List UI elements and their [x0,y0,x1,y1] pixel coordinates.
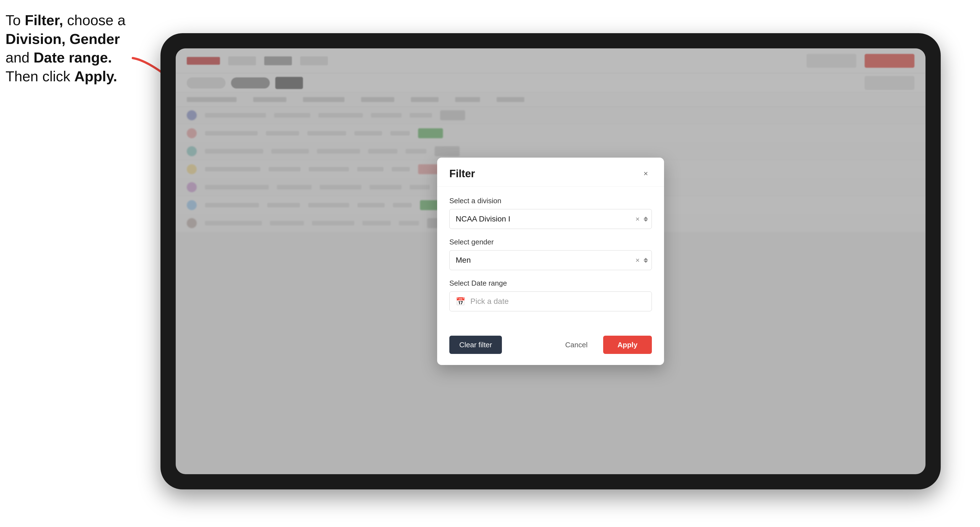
bold-date-range: Date range. [33,49,112,65]
division-selected-value: NCAA Division I [456,214,511,224]
gender-clear-icon[interactable]: × [635,255,641,266]
date-input[interactable]: 📅 Pick a date [449,291,652,311]
cancel-button[interactable]: Cancel [555,336,598,354]
modal-close-button[interactable]: × [640,168,652,180]
tablet-screen: Filter × Select a division NCAA Division… [176,48,926,474]
gender-select-controls: × [635,255,648,266]
apply-button[interactable]: Apply [603,336,652,354]
date-form-group: Select Date range 📅 Pick a date [449,279,652,311]
modal-body: Select a division NCAA Division I × [437,187,664,330]
gender-arrows [644,258,648,263]
bold-division-gender: Division, Gender [6,31,120,47]
gender-select-display[interactable]: Men [449,250,652,270]
tablet-frame: Filter × Select a division NCAA Division… [161,33,941,489]
division-form-group: Select a division NCAA Division I × [449,197,652,229]
footer-right-actions: Cancel Apply [555,336,652,354]
division-select-display[interactable]: NCAA Division I [449,209,652,229]
gender-select-wrapper[interactable]: Men × [449,250,652,270]
division-clear-icon[interactable]: × [635,214,641,224]
division-arrow-down-icon [644,219,648,221]
division-select-controls: × [635,214,648,224]
gender-selected-value: Men [456,256,471,265]
bold-filter: Filter, [25,12,63,28]
division-label: Select a division [449,197,652,205]
filter-modal: Filter × Select a division NCAA Division… [437,157,664,365]
bold-apply: Apply. [75,68,117,84]
division-select-wrapper[interactable]: NCAA Division I × [449,209,652,229]
modal-overlay: Filter × Select a division NCAA Division… [176,48,926,474]
division-arrow-up-icon [644,216,648,219]
gender-label: Select gender [449,238,652,246]
date-label: Select Date range [449,279,652,287]
instruction-block: To Filter, choose a Division, Gender and… [6,11,161,86]
clear-filter-button[interactable]: Clear filter [449,336,502,354]
division-arrows [644,216,648,221]
modal-title: Filter [449,168,475,180]
gender-arrow-down-icon [644,260,648,263]
gender-arrow-up-icon [644,258,648,260]
modal-footer: Clear filter Cancel Apply [437,330,664,365]
date-placeholder-text: Pick a date [470,297,509,306]
gender-form-group: Select gender Men × [449,238,652,270]
calendar-icon: 📅 [456,297,465,306]
modal-header: Filter × [437,157,664,187]
